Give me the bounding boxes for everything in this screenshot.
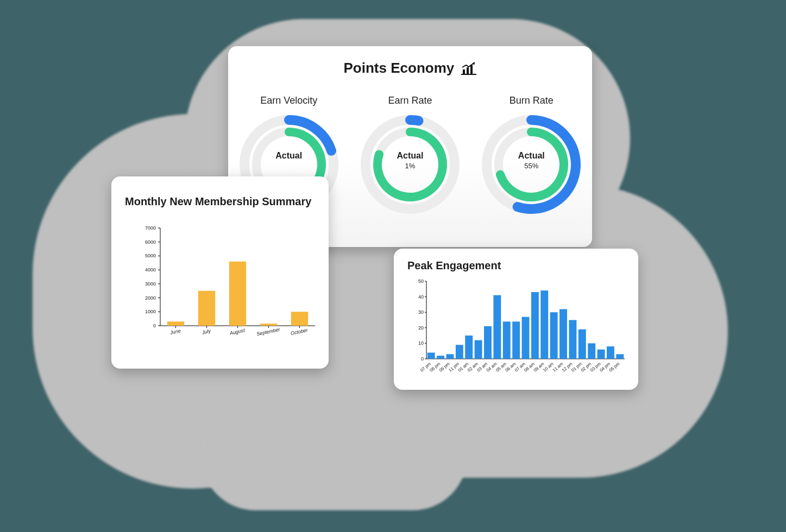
svg-text:July: July: [201, 328, 211, 335]
svg-rect-65: [465, 335, 473, 359]
svg-text:0: 0: [153, 323, 156, 328]
svg-rect-95: [607, 346, 614, 359]
svg-text:50: 50: [418, 278, 424, 284]
svg-rect-97: [616, 354, 624, 359]
donut-label: Earn Velocity: [235, 95, 343, 106]
svg-rect-75: [512, 321, 520, 359]
svg-text:5000: 5000: [145, 253, 156, 258]
svg-rect-61: [447, 354, 454, 359]
svg-text:3000: 3000: [145, 281, 156, 287]
svg-rect-59: [437, 356, 444, 359]
svg-rect-71: [493, 295, 501, 359]
svg-rect-28: [167, 321, 184, 326]
svg-text:August: August: [229, 327, 246, 336]
svg-rect-63: [456, 345, 463, 359]
svg-rect-40: [291, 312, 308, 326]
svg-text:June: June: [169, 328, 181, 335]
svg-rect-81: [540, 290, 548, 359]
bar-growth-icon: [461, 62, 476, 75]
monthly-membership-card: Monthly New Membership Summary 010002000…: [111, 176, 329, 369]
svg-text:7000: 7000: [145, 225, 156, 231]
svg-rect-79: [531, 292, 539, 359]
svg-rect-89: [579, 330, 586, 359]
svg-text:October: October: [290, 327, 309, 337]
donut-chart: Actual55%: [480, 113, 583, 216]
peak-engagement-chart: 0102030405007 pm08 pm09 pm11 pm01 am02 a…: [410, 278, 627, 376]
svg-rect-67: [475, 340, 482, 359]
peak-engagement-card: Peak Engagement 0102030405007 pm08 pm09 …: [394, 249, 638, 390]
svg-text:September: September: [256, 326, 281, 337]
svg-text:0: 0: [421, 356, 424, 362]
svg-text:10: 10: [418, 340, 424, 346]
svg-rect-69: [484, 326, 492, 359]
svg-rect-57: [427, 353, 435, 359]
donut-label: Earn Rate: [356, 95, 464, 106]
points-economy-title: Points Economy: [228, 60, 592, 77]
svg-text:30: 30: [418, 309, 424, 315]
donut-center: Actual1%: [359, 151, 462, 170]
svg-text:20: 20: [418, 325, 424, 331]
svg-rect-77: [522, 317, 530, 359]
donut-burn-rate: Burn RateActual55%: [477, 95, 586, 216]
svg-rect-37: [260, 324, 277, 326]
peak-engagement-title: Peak Engagement: [407, 259, 501, 272]
svg-rect-93: [598, 350, 605, 359]
svg-text:1000: 1000: [145, 309, 156, 314]
donut-earn-rate: Earn RateActual1%: [356, 95, 464, 216]
svg-rect-73: [503, 321, 511, 359]
svg-rect-2: [470, 65, 473, 74]
svg-rect-34: [229, 262, 246, 326]
svg-rect-3: [461, 74, 476, 75]
monthly-membership-chart: 01000200030004000500060007000JuneJulyAug…: [136, 223, 320, 347]
monthly-membership-title: Monthly New Membership Summary: [125, 195, 311, 208]
donut-center: Actual: [237, 151, 341, 162]
donut-center: Actual55%: [480, 151, 583, 170]
svg-rect-1: [467, 67, 469, 74]
svg-rect-0: [463, 69, 465, 74]
svg-rect-31: [198, 291, 215, 326]
svg-text:6000: 6000: [145, 239, 156, 245]
svg-rect-87: [569, 320, 576, 359]
donut-chart: Actual1%: [359, 113, 462, 216]
donut-label: Burn Rate: [477, 95, 586, 106]
svg-rect-83: [550, 312, 558, 359]
svg-rect-91: [588, 343, 595, 359]
svg-text:4000: 4000: [145, 267, 156, 273]
points-economy-title-text: Points Economy: [344, 60, 455, 76]
svg-text:40: 40: [418, 294, 424, 300]
background-blob: [201, 402, 467, 510]
svg-rect-85: [559, 309, 567, 359]
svg-text:2000: 2000: [145, 295, 156, 301]
svg-text:05 pm: 05 pm: [608, 361, 621, 372]
